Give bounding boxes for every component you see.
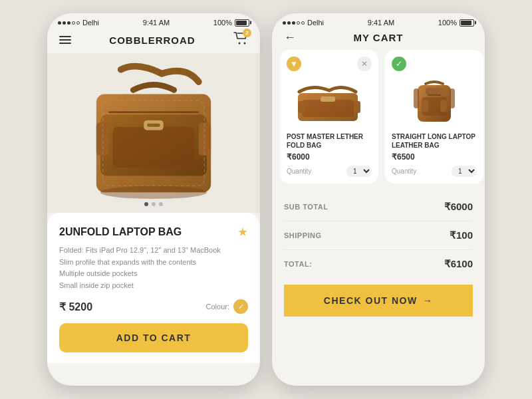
battery-label-1: 100%: [213, 19, 232, 27]
svg-point-0: [239, 43, 241, 45]
checkout-btn-wrapper: CHECK OUT NOW →: [284, 278, 473, 317]
signal-dot2-5: [301, 21, 305, 25]
cart-item-2-bag-image: [398, 78, 471, 125]
item-1-image: [287, 75, 372, 128]
signal-dot2-4: [297, 21, 300, 25]
subtotal-value: ₹6000: [444, 201, 473, 213]
signal-dot-3: [67, 21, 70, 25]
cart-header: ← MY CART: [272, 29, 485, 50]
battery-fill-1: [236, 21, 247, 25]
item-1-qty-select[interactable]: 1 2 3: [346, 166, 372, 177]
item-1-name: POST MASTER LETHER FOLD BAG: [287, 132, 372, 150]
signal-dot-4: [72, 21, 75, 25]
checkout-button[interactable]: CHECK OUT NOW →: [284, 285, 473, 317]
battery-icon-2: [460, 19, 474, 27]
status-left-1: Delhi: [58, 19, 99, 27]
item-1-qty-label: Quantity: [287, 168, 311, 175]
product-header: COBBLERROAD 2: [47, 29, 260, 53]
cart-item-1: ▼ ✕: [280, 50, 378, 184]
colour-row: Colour: ✓: [206, 299, 248, 314]
signal-dot2-2: [287, 21, 291, 25]
cart-items-row: ▼ ✕: [272, 50, 485, 184]
feature-1: Folded: Fits iPad Pro 12.9", 12" and 13"…: [59, 245, 248, 257]
signal-dot-2: [63, 21, 66, 25]
item-1-qty-row: Quantity 1 2 3: [287, 166, 372, 177]
item-2-controls: ✓: [392, 57, 477, 71]
time-2: 9:41 AM: [368, 19, 394, 27]
cart-icon-wrapper[interactable]: 2: [233, 32, 248, 48]
svg-rect-24: [450, 88, 455, 108]
hamburger-line-2: [59, 39, 71, 41]
location-label-1: Delhi: [82, 19, 99, 27]
status-bar-1: Delhi 9:41 AM 100%: [47, 13, 260, 29]
svg-rect-14: [321, 96, 335, 102]
hamburger-menu[interactable]: [59, 36, 71, 44]
product-features: Folded: Fits iPad Pro 12.9", 12" and 13"…: [59, 245, 248, 291]
item-1-price: ₹6000: [287, 152, 372, 162]
status-bar-2: Delhi 9:41 AM 100%: [272, 13, 485, 29]
cart-item-1-bag-image: [293, 78, 366, 125]
checkout-arrow-icon: →: [423, 295, 434, 306]
hamburger-line-1: [59, 36, 71, 37]
carousel-dot-2[interactable]: [152, 202, 156, 206]
feature-4: Small inside zip pocket: [59, 280, 248, 292]
cart-badge: 2: [243, 29, 251, 37]
svg-rect-4: [112, 127, 194, 168]
colour-swatch[interactable]: ✓: [233, 299, 248, 314]
product-phone: Delhi 9:41 AM 100% COBBLERROAD: [47, 13, 260, 386]
item-2-image: [392, 75, 477, 128]
total-label: TOTAL:: [284, 260, 312, 268]
time-1: 9:41 AM: [143, 19, 170, 27]
add-to-cart-button[interactable]: ADD TO CART: [59, 323, 248, 352]
item-2-selected-icon: ✓: [392, 57, 406, 71]
checkout-label: CHECK OUT NOW: [324, 295, 418, 306]
carousel-dot-3[interactable]: [159, 202, 163, 206]
item-2-qty-select[interactable]: 1 2 3: [452, 166, 477, 177]
item-2-qty-row: Quantity 1 2 3: [392, 166, 477, 177]
svg-rect-23: [414, 88, 419, 108]
product-title: 2UNFOLD LAPTOP BAG: [59, 226, 182, 238]
total-value: ₹6100: [444, 258, 473, 270]
svg-rect-15: [298, 101, 305, 113]
signal-dot2-1: [283, 21, 286, 25]
cart-item-2: ✓: [385, 50, 483, 184]
checkmark-icon: ✓: [238, 303, 244, 311]
battery-icon-1: [235, 19, 249, 27]
signal-dots-2: [283, 21, 305, 25]
subtotal-label: SUB TOTAL: [284, 203, 328, 211]
star-icon: ★: [237, 225, 248, 239]
carousel-dots: [144, 202, 163, 206]
hamburger-line-3: [59, 43, 71, 44]
item-1-controls: ▼ ✕: [287, 57, 372, 71]
feature-3: Multiple outside pockets: [59, 268, 248, 280]
product-price: ₹ 5200: [59, 301, 92, 313]
price-row: ₹ 5200 Colour: ✓: [59, 299, 248, 314]
carousel-dot-1[interactable]: [144, 202, 148, 206]
subtotal-row: SUB TOTAL ₹6000: [284, 193, 473, 221]
brand-name: COBBLERROAD: [109, 35, 195, 46]
totals-section: SUB TOTAL ₹6000 SHIPPING ₹100 TOTAL: ₹61…: [272, 184, 485, 386]
signal-dot-1: [58, 21, 61, 25]
shipping-value: ₹100: [450, 229, 473, 241]
svg-rect-22: [440, 100, 447, 112]
signal-dot2-3: [292, 21, 295, 25]
cart-title: MY CART: [353, 32, 403, 43]
item-1-expand-button[interactable]: ▼: [287, 57, 301, 71]
location-label-2: Delhi: [307, 19, 324, 27]
product-image: [47, 53, 260, 213]
svg-rect-19: [426, 88, 443, 94]
cart-phone: Delhi 9:41 AM 100% ← MY CART ▼ ✕: [272, 13, 485, 386]
status-left-2: Delhi: [283, 19, 324, 27]
svg-rect-8: [96, 123, 108, 156]
status-right-2: 100%: [438, 19, 474, 27]
item-1-remove-button[interactable]: ✕: [357, 57, 372, 71]
svg-rect-9: [199, 123, 211, 156]
item-2-price: ₹6500: [392, 152, 477, 162]
colour-label: Colour:: [206, 303, 229, 311]
svg-rect-13: [302, 100, 354, 117]
shipping-row: SHIPPING ₹100: [284, 221, 473, 250]
battery-fill-2: [461, 21, 471, 25]
product-card: 2UNFOLD LAPTOP BAG ★ Folded: Fits iPad P…: [47, 213, 260, 363]
svg-rect-16: [354, 101, 360, 113]
back-arrow-button[interactable]: ←: [284, 31, 296, 45]
